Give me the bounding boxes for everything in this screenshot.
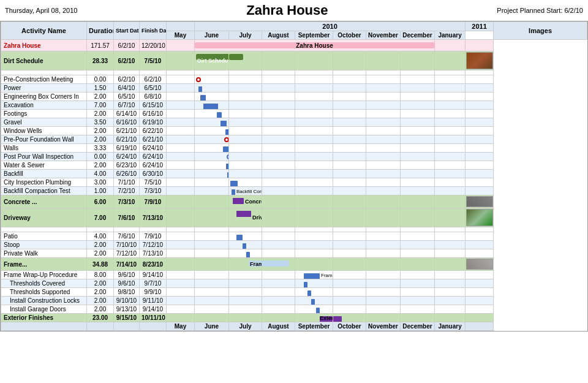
bar — [227, 172, 228, 178]
bar — [316, 308, 320, 314]
table-row: Backfill Compaction Test 1.00 7/2/10 7/3… — [1, 187, 587, 195]
images-cell — [466, 170, 494, 178]
finish-cell: 7/5/10 — [140, 51, 167, 70]
gantt-october — [333, 75, 366, 84]
images-cell — [466, 314, 494, 322]
gantt-june — [195, 93, 229, 101]
start-cell: 7/10/10 — [114, 241, 140, 249]
gantt-june — [195, 208, 229, 227]
activity-name: Install Garage Doors — [1, 305, 87, 314]
images-cell — [466, 297, 494, 305]
gantt-zahra-span: Zahra House — [195, 40, 435, 51]
finish-cell: 10/11/10 — [140, 314, 167, 322]
activity-name: Post Pour Wall Inspection — [1, 153, 87, 161]
footer-month-row: May June July August September October N… — [1, 322, 587, 331]
table-row: Post Pour Wall Inspection 0.00 6/24/10 6… — [1, 153, 587, 161]
bar — [203, 104, 218, 110]
activity-name: Gravel — [1, 118, 87, 127]
gantt-may — [167, 232, 195, 241]
images-cell — [466, 258, 494, 271]
images-cell — [466, 195, 494, 208]
milestone-icon — [196, 77, 201, 82]
duration-cell: 2.00 — [87, 110, 114, 118]
duration-cell: 171.57 — [87, 40, 114, 51]
table-row: Pre-Construction Meeting 0.00 6/2/10 6/2… — [1, 75, 587, 84]
start-cell: 9/13/10 — [114, 305, 140, 314]
bar — [246, 252, 250, 258]
images-cell — [466, 288, 494, 297]
footer-november: November — [366, 322, 401, 331]
gantt-june — [195, 249, 229, 258]
duration-cell: 2.00 — [87, 93, 114, 101]
images-cell — [466, 127, 494, 135]
start-cell: 7/6/10 — [114, 208, 140, 227]
bar — [223, 146, 229, 153]
bar — [232, 189, 235, 195]
table-row: Install Garage Doors 2.00 9/13/10 9/14/1… — [1, 305, 587, 314]
bar — [225, 129, 229, 135]
table-row: Frame Wrap-Up Procedure 8.00 9/6/10 9/14… — [1, 271, 587, 279]
gantt-container: Activity Name Duration Start Date Finish… — [0, 21, 588, 332]
activity-name: Excavation — [1, 101, 87, 110]
month-september: September — [295, 31, 333, 40]
activity-name: Thresholds Covered — [1, 279, 87, 288]
gantt-july — [229, 249, 262, 258]
duration-cell: 3.00 — [87, 178, 114, 187]
finish-cell: 12/20/10 — [140, 40, 167, 51]
table-row: Excavation 7.00 6/7/10 6/15/10 — [1, 101, 587, 110]
month-may-header — [167, 22, 195, 31]
footer-september: September — [295, 322, 333, 331]
images-cell — [466, 178, 494, 187]
bar — [262, 260, 288, 267]
gantt-may — [167, 110, 195, 118]
gantt-june — [195, 195, 229, 208]
driveway-label: Driveway — [252, 214, 262, 221]
duration-cell: 28.33 — [87, 51, 114, 70]
finish-cell: 6/8/10 — [140, 93, 167, 101]
gantt-june — [195, 232, 229, 241]
activity-name: Water & Sewer — [1, 161, 87, 170]
start-cell: 6/2/10 — [114, 75, 140, 84]
duration-cell: 0.00 — [87, 153, 114, 161]
duration-cell: 3.50 — [87, 118, 114, 127]
gantt-june — [195, 170, 229, 178]
bar — [217, 112, 222, 118]
gantt-may — [167, 135, 195, 144]
year-2010-header: 2010 — [195, 22, 466, 31]
duration-cell: 2.00 — [87, 305, 114, 314]
finish-cell: 7/9/10 — [140, 232, 167, 241]
milestone-icon — [227, 154, 229, 159]
gantt-may — [167, 40, 195, 51]
gantt-september — [295, 51, 333, 70]
duration-cell: 2.00 — [87, 135, 114, 144]
spacer-row — [1, 70, 587, 75]
backfill-label: Backfill Compaction Test — [236, 188, 262, 194]
images-cell — [466, 241, 494, 249]
start-cell: 6/26/10 — [114, 170, 140, 178]
gantt-may — [167, 241, 195, 249]
gantt-july: Backfill Compaction Test — [229, 187, 262, 195]
gantt-july — [229, 232, 262, 241]
start-cell: 6/16/10 — [114, 118, 140, 127]
activity-name: Dirt Schedule — [1, 51, 87, 70]
bar — [304, 282, 307, 288]
finish-cell: 6/5/10 — [140, 84, 167, 93]
gantt-july: Driveway — [229, 208, 262, 227]
current-date: Thursday, April 08, 2010 — [5, 7, 77, 14]
bar — [307, 290, 311, 297]
milestone-icon — [224, 137, 229, 142]
duration-cell: 4.00 — [87, 232, 114, 241]
gantt-june — [195, 75, 229, 84]
duration-cell: 2.00 — [87, 297, 114, 305]
gantt-may — [167, 178, 195, 187]
start-cell: 6/21/10 — [114, 135, 140, 144]
images-cell — [466, 161, 494, 170]
gantt-september: Frame Wrap-Up Procedure — [295, 271, 333, 279]
table-row: Stoop 2.00 7/10/10 7/12/10 — [1, 241, 587, 249]
month-june: June — [195, 31, 229, 40]
gantt-september: Exterior Finishes — [295, 314, 333, 322]
gantt-june — [195, 161, 229, 170]
gantt-may — [167, 161, 195, 170]
activity-name: Private Walk — [1, 249, 87, 258]
activity-name: Engineering Box Corners In — [1, 93, 87, 101]
